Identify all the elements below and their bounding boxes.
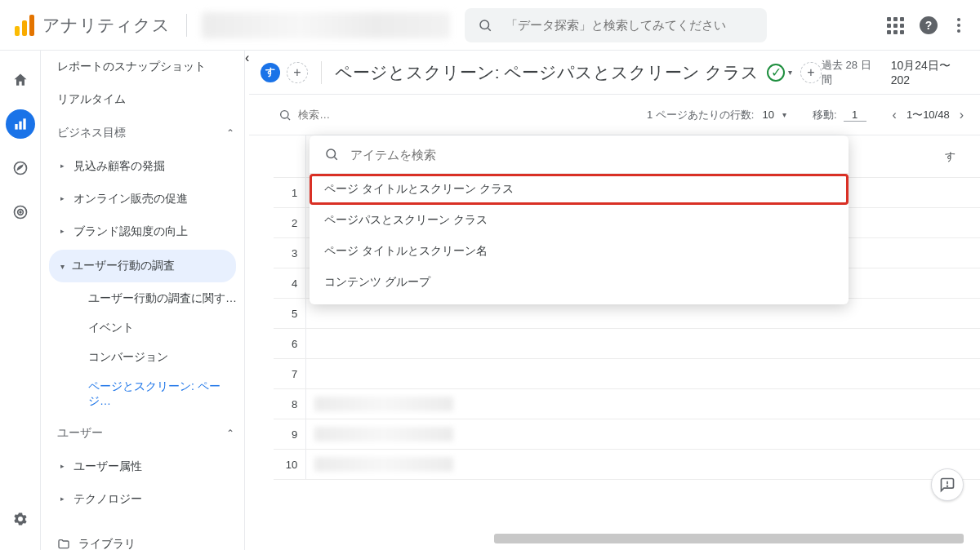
date-period-label: 過去 28 日間 (822, 58, 881, 87)
sidebar-item-behavior[interactable]: ▾ユーザー行動の調査 (49, 250, 236, 282)
nav-reports-icon[interactable] (6, 109, 35, 139)
sidebar-library[interactable]: ライブラリ (41, 526, 244, 550)
nav-rail (0, 51, 41, 550)
sidebar-group-business[interactable]: ビジネス目標 ⌃ (41, 116, 244, 150)
sidebar-item-events[interactable]: イベント (82, 313, 244, 343)
table-row[interactable]: 7 (274, 359, 980, 389)
jump-value[interactable]: 1 (844, 109, 866, 122)
product-logo[interactable]: アナリティクス (8, 14, 176, 37)
sidebar-item-label: ライブラリ (78, 537, 136, 550)
option-label: ページ タイトルとスクリーン名 (324, 244, 488, 257)
table-row[interactable]: 8 (274, 389, 980, 419)
row-number: 10 (274, 450, 306, 479)
add-comparison-button[interactable]: + (800, 62, 822, 83)
table-search[interactable] (278, 109, 396, 122)
rows-per-page-label: 1 ページあたりの行数: (647, 108, 754, 122)
svg-rect-2 (15, 124, 17, 130)
divider (186, 14, 187, 37)
nav-explore-icon[interactable] (6, 153, 35, 183)
row-number: 8 (274, 389, 306, 419)
sidebar-item-pages-screens[interactable]: ページとスクリーン: ページ… (82, 372, 244, 416)
rows-per-page[interactable]: 1 ページあたりの行数: 10 ▾ (647, 108, 786, 122)
sidebar-item-label: ユーザー属性 (74, 459, 142, 474)
svg-point-0 (480, 20, 489, 29)
table-search-input[interactable] (298, 109, 396, 121)
add-segment-button[interactable]: + (287, 62, 308, 83)
svg-rect-3 (19, 122, 21, 130)
chevron-down-icon[interactable]: ▾ (788, 68, 792, 77)
option-label: ページパスとスクリーン クラス (324, 213, 488, 226)
dimension-option-content-group[interactable]: コンテンツ グループ (310, 267, 849, 298)
feedback-icon (939, 477, 956, 493)
sidebar-item-user-attributes[interactable]: ユーザー属性 (67, 450, 244, 483)
row-number: 1 (274, 178, 306, 207)
row-number: 6 (274, 329, 306, 358)
global-search[interactable] (465, 8, 767, 42)
dimension-option-page-path-screen-class[interactable]: ページパスとスクリーン クラス (310, 205, 849, 236)
report-titlebar: す + ページとスクリーン: ページパスとスクリーン クラス ✓ ▾ + 過去 … (249, 51, 980, 95)
feedback-button[interactable] (931, 468, 964, 501)
table-row[interactable]: 10 (274, 450, 980, 480)
prev-page-button[interactable]: ‹ (888, 104, 902, 126)
header-actions: ? (887, 15, 972, 36)
sidebar-item-behavior-insight[interactable]: ユーザー行動の調査に関す… (82, 284, 244, 313)
svg-rect-4 (23, 118, 25, 129)
sidebar-item-sales[interactable]: オンライン販売の促進 (67, 183, 244, 215)
segment-badge[interactable]: す (261, 63, 280, 82)
global-search-input[interactable] (506, 18, 754, 32)
jump-to-row[interactable]: 移動: 1 (813, 108, 866, 122)
row-content-redacted (314, 457, 453, 472)
sidebar-item-label: ページとスクリーン: ページ… (88, 379, 238, 409)
date-range[interactable]: 10月24日〜202 (891, 59, 969, 86)
sidebar-group-users[interactable]: ユーザー ⌃ (41, 416, 244, 450)
dimension-option-page-title-screen-name[interactable]: ページ タイトルとスクリーン名 (310, 236, 849, 267)
divider (321, 61, 322, 84)
table-row[interactable]: 9 (274, 419, 980, 450)
sidebar-item-brand[interactable]: ブランド認知度の向上 (67, 215, 244, 248)
dimension-search[interactable] (310, 135, 849, 174)
sidebar-item-leads[interactable]: 見込み顧客の発掘 (67, 150, 244, 183)
chevron-up-icon: ⌃ (226, 127, 234, 139)
sidebar-realtime[interactable]: リアルタイム (41, 83, 244, 116)
status-check-icon[interactable]: ✓ (767, 64, 785, 82)
row-number: 4 (274, 268, 306, 298)
sidebar-item-conversions[interactable]: コンバージョン (82, 343, 244, 372)
apps-icon[interactable] (887, 17, 903, 33)
sidebar-snapshot[interactable]: レポートのスナップショット (41, 51, 244, 83)
dimension-picker-popover: ページ タイトルとスクリーン クラス ページパスとスクリーン クラス ページ タ… (310, 135, 849, 304)
overflow-menu-icon[interactable] (954, 15, 964, 36)
row-number: 2 (274, 208, 306, 237)
search-icon (478, 18, 492, 33)
search-icon (278, 109, 292, 122)
account-selector[interactable] (197, 9, 450, 42)
folder-icon (57, 538, 70, 550)
table-row[interactable]: 6 (274, 329, 980, 359)
horizontal-scrollbar[interactable] (494, 534, 964, 543)
option-label: コンテンツ グループ (324, 275, 430, 288)
sidebar-item-label: イベント (88, 321, 134, 335)
svg-point-8 (20, 211, 21, 213)
sidebar-item-label: コンバージョン (88, 350, 168, 365)
report-title: ページとスクリーン: ページパスとスクリーン クラス (335, 61, 760, 84)
sidebar-item-label: オンライン販売の促進 (74, 192, 188, 206)
nav-advertising-icon[interactable] (6, 197, 35, 227)
help-icon[interactable]: ? (920, 16, 938, 34)
sort-column-header[interactable]: す (945, 149, 980, 164)
search-icon (324, 147, 339, 162)
sidebar-item-technology[interactable]: テクノロジー (67, 483, 244, 516)
sidebar-item-label: 見込み顧客の発掘 (74, 159, 165, 174)
main-content: す + ページとスクリーン: ページパスとスクリーン クラス ✓ ▾ + 過去 … (249, 51, 980, 550)
sidebar-item-label: テクノロジー (74, 492, 142, 507)
dimension-search-input[interactable] (350, 148, 834, 162)
dimension-option-page-title-screen-class[interactable]: ページ タイトルとスクリーン クラス (310, 174, 849, 205)
svg-line-1 (488, 28, 491, 30)
next-page-button[interactable]: › (955, 104, 969, 126)
row-number: 9 (274, 419, 306, 449)
nav-home-icon[interactable] (6, 65, 35, 95)
row-content-redacted (314, 427, 453, 441)
top-header: アナリティクス ? (0, 0, 980, 51)
sidebar-item-label: レポートのスナップショット (57, 60, 206, 74)
table-corner (274, 135, 306, 177)
row-number: 7 (274, 359, 306, 388)
nav-admin-icon[interactable] (6, 504, 35, 534)
